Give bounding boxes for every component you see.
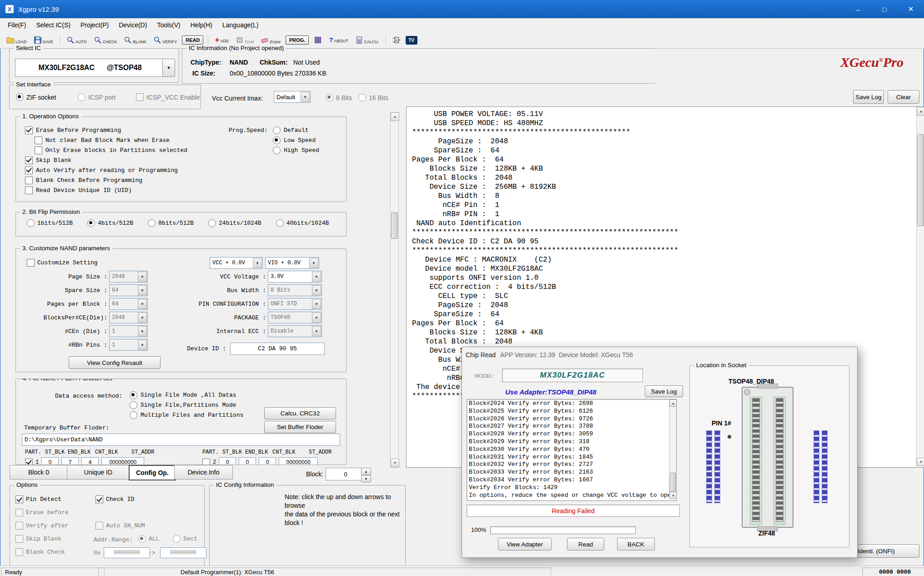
prog-speed-radio-row[interactable]: Default (273, 125, 319, 135)
data-access-radio-row[interactable]: Single File,Partitions Mode (130, 400, 243, 410)
tab-device-info[interactable]: Device.Info (174, 465, 233, 480)
scroll-down-arrow[interactable]: ▼ (669, 492, 677, 499)
tab-config-op[interactable]: Config Op. (129, 465, 176, 480)
device-id-field[interactable]: C2 DA 90 95 (230, 343, 325, 355)
check-button[interactable]: CHECK (92, 35, 119, 45)
partition-enable-checkbox[interactable] (202, 459, 210, 465)
checkbox-icon[interactable] (27, 259, 35, 267)
option-checkbox-row[interactable]: Only Erase blocks in Partitions selected (35, 145, 187, 155)
option-checkbox-row[interactable]: Not clear Bad Block Mark when Erase (35, 135, 187, 145)
vio-offset-dropdown[interactable]: VIO + 0.0V▼ (265, 257, 319, 269)
set-buffer-folder-button[interactable]: Set Buffer Floder (264, 421, 336, 433)
logic-test-button[interactable]: & (391, 35, 402, 45)
close-button[interactable]: ✕ (898, 0, 924, 18)
calc-crc32-button[interactable]: Calcu. CRC32 (264, 407, 336, 419)
scroll-up-arrow[interactable]: ▲ (391, 112, 399, 121)
cnt-blk-field[interactable]: 4 (81, 457, 99, 465)
about-button[interactable]: ? ABOUT (327, 35, 350, 45)
customize-setting-checkbox[interactable]: Customize Setting (27, 259, 98, 267)
param-dropdown[interactable]: ONFI STD▼ (268, 298, 322, 310)
ram-button[interactable]: RAM (234, 35, 256, 45)
prog-button[interactable]: PROG. (286, 35, 309, 45)
radio-icon[interactable] (27, 219, 35, 227)
param-dropdown[interactable]: 3.0V▼ (268, 271, 322, 283)
view-config-button[interactable]: View Config Resault (69, 356, 161, 369)
param-dropdown[interactable]: Disable▼ (268, 325, 322, 337)
radio-icon[interactable] (87, 219, 95, 227)
option-checkbox-row[interactable]: Read Device Unique ID (UID) (25, 185, 187, 195)
option-checkbox-row[interactable]: Blank Check Before Programming (25, 175, 187, 185)
bit-flip-radio-row[interactable]: 4bits/512B (87, 219, 133, 227)
data-access-radio-row[interactable]: Single File Mode ,All Datas (130, 390, 243, 400)
radio-icon[interactable] (148, 219, 156, 227)
calculator-button[interactable]: CALCU. (353, 35, 381, 45)
checkbox-icon[interactable] (25, 177, 33, 184)
checkbox-icon[interactable] (25, 157, 33, 164)
auto-button[interactable]: AUTO (65, 35, 89, 45)
radio-icon[interactable] (208, 219, 216, 227)
radio-icon[interactable] (273, 147, 281, 154)
radio-icon[interactable] (273, 136, 281, 144)
radio-icon[interactable] (276, 219, 284, 227)
maximize-button[interactable]: □ (871, 0, 898, 18)
select-ic-combo[interactable]: MX30LF2G18AC @TSOP48 (15, 59, 165, 77)
menu-item[interactable]: File(F) (3, 19, 31, 31)
tab-block0[interactable]: Block 0 (10, 465, 68, 480)
spin-down-button[interactable]: ▼ (361, 475, 371, 482)
error-list-scrollbar[interactable]: ▲ ▼ (669, 399, 676, 499)
chevron-down-icon[interactable]: ▼ (312, 326, 321, 336)
ic-test-button[interactable] (312, 35, 324, 45)
chevron-down-icon[interactable]: ▼ (312, 272, 321, 282)
radio-icon[interactable] (130, 391, 137, 399)
verify-error-list[interactable]: Block#2024 Verify error Bytes: 2698Block… (467, 399, 677, 501)
partition-enable-checkbox[interactable] (25, 459, 33, 465)
temp-folder-field[interactable]: D:\Xgpro\UserData\NAND (22, 434, 340, 446)
st-addr-field[interactable]: 000000000 (101, 457, 144, 465)
save-log-button[interactable]: Save Log (853, 90, 884, 104)
read-button[interactable]: READ (182, 35, 203, 45)
radio-icon[interactable] (273, 126, 281, 134)
st-blk-field[interactable]: 0 (219, 457, 236, 465)
scrollbar-thumb[interactable] (391, 212, 398, 239)
scroll-up-arrow[interactable]: ▲ (917, 107, 924, 116)
prog-speed-radio-row[interactable]: Low Speed (273, 135, 319, 145)
dialog-back-button[interactable]: BACK (617, 538, 655, 551)
option-checkbox-row[interactable]: Skip Blank (25, 155, 187, 165)
chevron-down-icon[interactable]: ▼ (312, 285, 321, 295)
cnt-blk-field[interactable]: 0 (259, 457, 276, 465)
option-checkbox-row[interactable]: Auto Verify after reading or Programming (25, 165, 187, 175)
chevron-down-icon[interactable]: ▼ (309, 258, 318, 268)
checkbox-icon[interactable] (35, 136, 42, 144)
minimize-button[interactable]: – (845, 0, 871, 18)
checkbox-icon[interactable] (95, 495, 103, 503)
scrollbar-thumb[interactable] (917, 134, 924, 226)
param-dropdown[interactable]: TSOP48▼ (268, 312, 322, 323)
chevron-down-icon[interactable]: ▼ (312, 313, 321, 323)
pin-detect-checkbox[interactable]: Pin Detect (15, 495, 61, 503)
checkbox-icon[interactable] (25, 126, 33, 134)
checkbox-icon[interactable] (35, 147, 42, 154)
tab-unique-id[interactable]: Unique ID (67, 465, 130, 480)
bit-flip-radio-row[interactable]: 1bits/512B (27, 219, 73, 227)
tv-out-button[interactable]: TV (406, 36, 417, 45)
erase-button[interactable]: Erase (259, 35, 282, 45)
end-blk-field[interactable]: 7 (61, 457, 79, 465)
menu-item[interactable]: Help(H) (186, 19, 217, 31)
zif-socket-radio[interactable]: ZIF socket (16, 93, 56, 101)
menu-item[interactable]: Select IC(S) (31, 19, 75, 31)
chevron-down-icon[interactable]: ▼ (312, 299, 321, 309)
verify-button[interactable]: VERIFY (151, 35, 179, 45)
chevron-down-icon[interactable]: ▼ (301, 92, 310, 102)
menu-item[interactable]: Device(D) (114, 19, 152, 31)
option-checkbox-row[interactable]: Erase Before Programming (25, 125, 187, 135)
dialog-read-button[interactable]: Read (567, 538, 604, 551)
scroll-up-arrow[interactable]: ▲ (669, 399, 677, 407)
view-adapter-button[interactable]: View Adapter (498, 538, 552, 551)
chevron-down-icon[interactable]: ▼ (253, 258, 262, 268)
vcc-offset-dropdown[interactable]: VCC + 0.0V▼ (210, 257, 263, 269)
end-blk-field[interactable]: 0 (239, 457, 256, 465)
scrollbar-thumb[interactable] (670, 473, 676, 492)
radio-icon[interactable] (130, 411, 137, 419)
menu-item[interactable]: Project(P) (75, 19, 114, 31)
clear-button[interactable]: Clear (888, 90, 919, 104)
